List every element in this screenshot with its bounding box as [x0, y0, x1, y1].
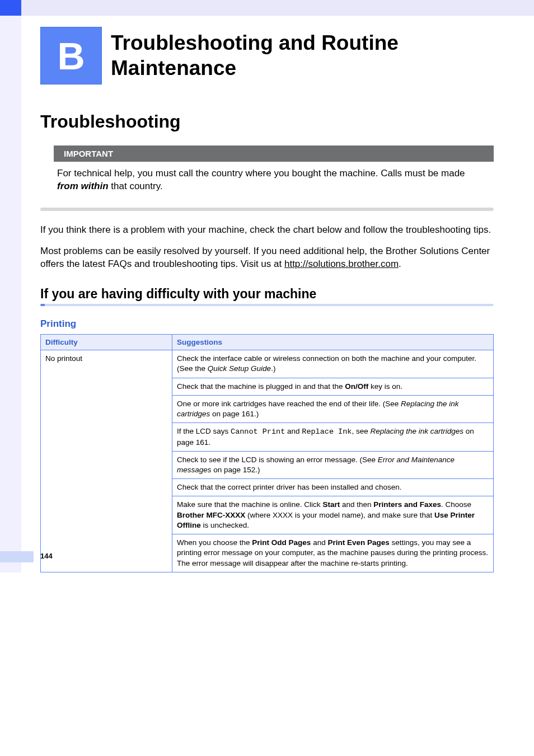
- text: and then: [340, 500, 373, 509]
- text-bold: Print Even Pages: [327, 538, 389, 547]
- section-heading-h3: Printing: [40, 318, 494, 330]
- text-bold: Print Odd Pages: [252, 538, 311, 547]
- text-bold: Brother MFC-XXXX: [177, 511, 245, 519]
- text-mono: Cannot Print: [231, 428, 285, 436]
- text: on page 152.): [212, 466, 260, 474]
- text: on page 161.): [210, 410, 259, 418]
- cell-suggestion: Check the interface cable or wireless co…: [172, 350, 494, 378]
- important-text-pre: For technical help, you must call the co…: [57, 168, 465, 179]
- text: Make sure that the machine is online. Cl…: [177, 500, 322, 509]
- important-callout: IMPORTANT For technical help, you must c…: [47, 145, 494, 201]
- text: One or more ink cartridges have reached …: [177, 400, 401, 408]
- troubleshooting-table: Difficulty Suggestions No printout Check…: [40, 334, 494, 572]
- text: and: [285, 427, 302, 435]
- text-italic: Replacing the ink cartridges: [370, 427, 463, 435]
- text: Check that the machine is plugged in and…: [177, 382, 345, 391]
- para2-post: .: [399, 259, 401, 269]
- text-bold: Printers and Faxes: [373, 500, 441, 509]
- para2-pre: Most problems can be easily resolved by …: [40, 246, 490, 270]
- text-bold: Start: [322, 500, 340, 509]
- page-number: 144: [40, 552, 53, 560]
- table-row: No printout Check the interface cable or…: [41, 350, 494, 378]
- cell-difficulty: No printout: [41, 350, 172, 572]
- text: Check that the correct printer driver ha…: [177, 483, 401, 491]
- h2-divider: [40, 304, 494, 306]
- text: . Choose: [441, 500, 471, 509]
- text: When you choose the: [177, 538, 252, 547]
- text: Check to see if the LCD is showing an er…: [177, 456, 378, 464]
- text: and: [311, 538, 327, 547]
- solutions-link[interactable]: http://solutions.brother.com: [284, 259, 399, 269]
- text-mono: Replace Ink: [302, 428, 352, 436]
- important-divider: [40, 208, 494, 211]
- text-bold: On/Off: [345, 382, 368, 391]
- important-text-post: that country.: [109, 181, 163, 191]
- important-text-bold: from within: [57, 181, 109, 191]
- important-label: IMPORTANT: [54, 145, 494, 162]
- chapter-badge: B: [40, 27, 102, 84]
- cell-suggestion: Check that the correct printer driver ha…: [172, 479, 494, 496]
- text: key is on.: [368, 382, 402, 391]
- th-suggestions: Suggestions: [172, 335, 494, 350]
- text-italic: Quick Setup Guide: [208, 364, 271, 373]
- chapter-title: Troubleshooting and Routine Maintenance: [111, 31, 494, 81]
- th-difficulty: Difficulty: [41, 335, 172, 350]
- cell-suggestion: If the LCD says Cannot Print and Replace…: [172, 423, 494, 451]
- cell-suggestion: When you choose the Print Odd Pages and …: [172, 534, 494, 572]
- text: .): [271, 364, 275, 373]
- section-heading-h2: If you are having difficulty with your m…: [40, 287, 494, 302]
- text: (where XXXX is your model name), and mak…: [245, 511, 434, 519]
- cell-suggestion: Check that the machine is plugged in and…: [172, 378, 494, 395]
- text: , see: [352, 427, 370, 435]
- cell-suggestion: Check to see if the LCD is showing an er…: [172, 451, 494, 478]
- body-para-2: Most problems can be easily resolved by …: [40, 245, 494, 271]
- text: is unchecked.: [201, 521, 249, 529]
- cell-suggestion: Make sure that the machine is online. Cl…: [172, 496, 494, 534]
- important-body: For technical help, you must call the co…: [47, 162, 494, 201]
- chapter-header: B Troubleshooting and Routine Maintenanc…: [40, 27, 494, 84]
- text: If the LCD says: [177, 427, 231, 435]
- body-para-1: If you think there is a problem with you…: [40, 223, 494, 237]
- table-header-row: Difficulty Suggestions: [41, 335, 494, 350]
- cell-suggestion: One or more ink cartridges have reached …: [172, 395, 494, 422]
- section-heading-h1: Troubleshooting: [40, 111, 494, 132]
